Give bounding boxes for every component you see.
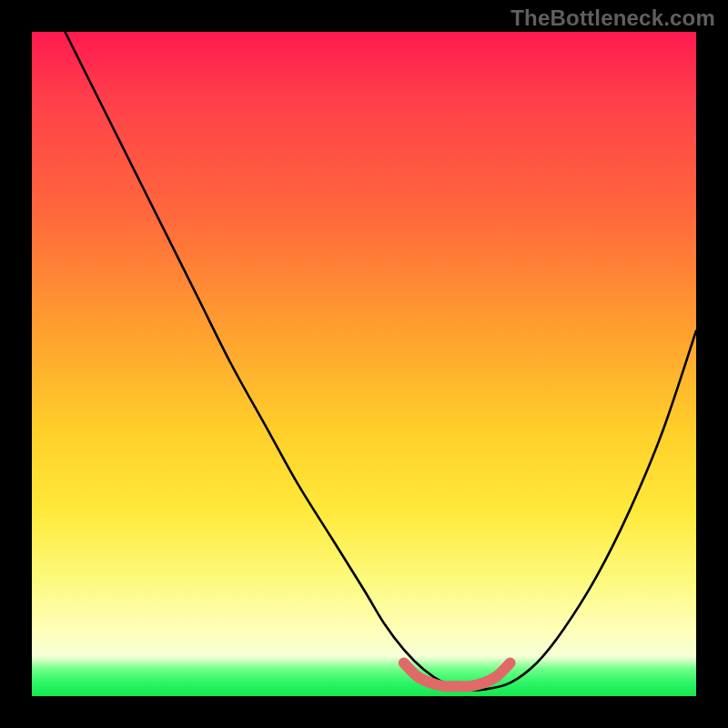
- chart-frame: TheBottleneck.com: [0, 0, 728, 728]
- watermark-label: TheBottleneck.com: [511, 5, 715, 31]
- curve-overlay: [32, 32, 696, 696]
- bottleneck-curve: [66, 32, 697, 691]
